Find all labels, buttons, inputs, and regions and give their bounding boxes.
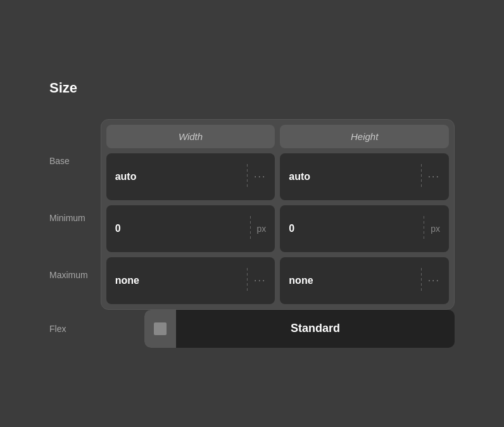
size-panel: Size Base Minimum Maximum Width Height a… xyxy=(24,60,480,368)
base-height-suffix: ··· xyxy=(428,171,440,182)
row-labels: Base Minimum Maximum xyxy=(49,119,88,310)
height-column-header: Height xyxy=(280,125,449,148)
cell-divider xyxy=(247,164,248,189)
max-height-suffix: ··· xyxy=(428,275,440,286)
min-height-suffix: px xyxy=(431,224,440,234)
max-width-value: none xyxy=(115,275,241,286)
flex-row: Flex Standard xyxy=(49,310,455,348)
max-height-value: none xyxy=(289,275,414,286)
cell-divider xyxy=(424,216,424,241)
min-width-suffix: px xyxy=(257,224,267,234)
cell-divider xyxy=(421,164,422,189)
min-width-cell[interactable]: 0 px xyxy=(106,205,275,252)
max-width-cell[interactable]: none ··· xyxy=(106,257,275,304)
flex-label: Flex xyxy=(49,324,132,334)
grid-body: auto ··· auto ··· 0 px xyxy=(101,148,454,309)
flex-icon-square xyxy=(154,322,167,335)
base-width-cell[interactable]: auto ··· xyxy=(106,153,275,200)
size-grid: Width Height auto ··· auto ··· xyxy=(101,119,455,310)
size-grid-wrapper: Base Minimum Maximum Width Height auto ·… xyxy=(49,119,455,310)
base-width-value: auto xyxy=(115,171,241,182)
flex-icon xyxy=(144,310,176,348)
base-width-suffix: ··· xyxy=(254,171,266,182)
cell-divider xyxy=(421,268,422,293)
base-height-cell[interactable]: auto ··· xyxy=(280,153,449,200)
min-height-cell[interactable]: 0 px xyxy=(280,205,449,252)
column-headers: Width Height xyxy=(101,120,454,148)
cell-divider xyxy=(247,268,248,293)
flex-value: Standard xyxy=(176,322,455,335)
max-height-cell[interactable]: none ··· xyxy=(280,257,449,304)
section-title: Size xyxy=(49,80,455,96)
cell-divider xyxy=(250,216,251,241)
width-column-header: Width xyxy=(106,125,275,148)
min-height-value: 0 xyxy=(289,223,417,234)
maximum-row-label: Maximum xyxy=(49,246,88,303)
flex-control[interactable]: Standard xyxy=(144,310,455,348)
base-row-label: Base xyxy=(49,132,88,189)
base-height-value: auto xyxy=(289,171,414,182)
minimum-row-label: Minimum xyxy=(49,189,88,246)
max-width-suffix: ··· xyxy=(254,275,266,286)
min-width-value: 0 xyxy=(115,223,244,234)
